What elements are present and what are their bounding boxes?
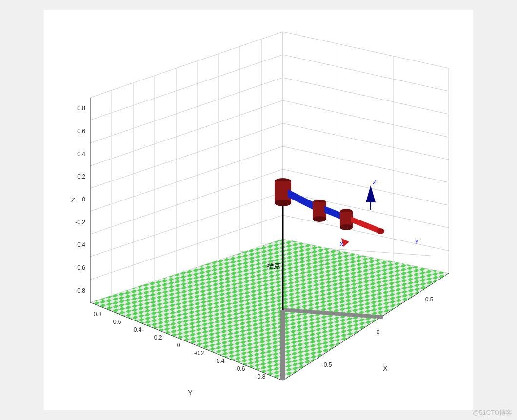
frame-z-label: Z — [373, 179, 377, 186]
x-axis-label: X — [383, 364, 388, 372]
svg-text:-0.8: -0.8 — [75, 287, 85, 294]
svg-text:0.2: 0.2 — [154, 334, 162, 341]
svg-point-82 — [275, 200, 291, 206]
y-axis-label: Y — [188, 389, 193, 397]
svg-text:0.8: 0.8 — [77, 105, 85, 112]
svg-text:-0.5: -0.5 — [322, 361, 332, 368]
svg-text:-0.4: -0.4 — [75, 241, 85, 248]
svg-text:0.4: 0.4 — [134, 326, 142, 333]
svg-text:0.8: 0.8 — [94, 311, 102, 318]
svg-text:0.6: 0.6 — [77, 128, 85, 135]
back-right-wall — [283, 32, 449, 273]
axes-3d[interactable]: 0.8 0.6 0.4 0.2 0 -0.2 -0.4 -0.6 -0.8 Z … — [44, 10, 473, 410]
svg-point-86 — [313, 216, 326, 222]
figure-window: 0.8 0.6 0.4 0.2 0 -0.2 -0.4 -0.6 -0.8 Z … — [44, 10, 473, 410]
svg-text:-0.2: -0.2 — [75, 219, 85, 226]
robot-name-label: 雄克 — [266, 262, 281, 270]
svg-point-90 — [340, 224, 353, 230]
svg-text:-0.8: -0.8 — [256, 373, 266, 380]
z-ticks: 0.8 0.6 0.4 0.2 0 -0.2 -0.4 -0.6 -0.8 — [75, 105, 85, 294]
frame-x-label: X — [339, 240, 344, 248]
svg-text:-0.6: -0.6 — [75, 264, 85, 271]
svg-text:-0.6: -0.6 — [235, 365, 245, 372]
z-axis-label: Z — [71, 196, 76, 204]
svg-text:0.4: 0.4 — [77, 151, 85, 158]
svg-text:0: 0 — [177, 342, 180, 349]
svg-text:0.5: 0.5 — [425, 296, 434, 303]
svg-text:0: 0 — [82, 196, 85, 203]
svg-text:-0.4: -0.4 — [215, 358, 225, 364]
svg-point-92 — [377, 228, 384, 234]
svg-text:0.2: 0.2 — [77, 173, 85, 180]
svg-text:0: 0 — [377, 329, 380, 336]
svg-text:-0.2: -0.2 — [194, 350, 204, 357]
svg-text:0.6: 0.6 — [113, 319, 121, 325]
frame-y-label: Y — [415, 238, 419, 245]
watermark: @51CTO博客 — [473, 408, 512, 417]
